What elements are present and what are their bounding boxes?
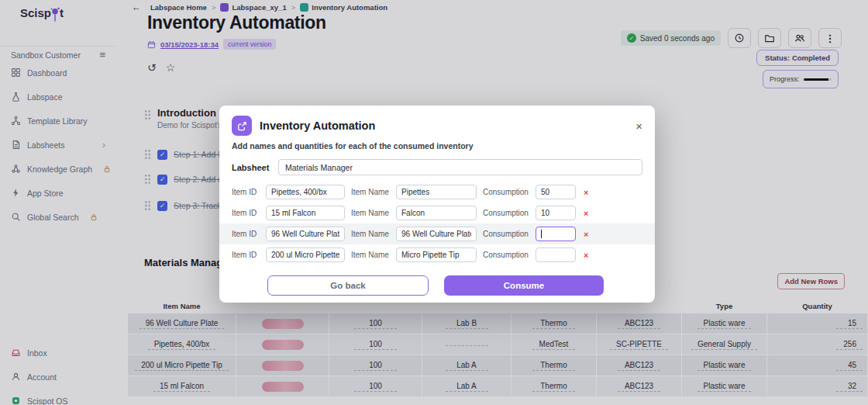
text-caret — [541, 230, 542, 238]
item-name-input[interactable] — [396, 248, 477, 262]
remove-row-button[interactable]: × — [584, 230, 588, 239]
item-id-input[interactable] — [266, 248, 345, 262]
modal-footer: Go back Consume — [219, 265, 655, 296]
consumption-row: Item IDItem NameConsumption× — [219, 223, 655, 244]
go-back-button[interactable]: Go back — [267, 275, 429, 296]
consumption-label: Consumption — [483, 188, 529, 196]
consumption-input-wrap — [536, 206, 576, 220]
consumption-label: Consumption — [483, 230, 529, 238]
labsheet-label: Labsheet — [232, 163, 267, 172]
consumption-label: Consumption — [483, 209, 529, 217]
item-name-input[interactable] — [396, 227, 477, 241]
modal-title: Inventory Automation — [260, 119, 375, 132]
item-id-label: Item ID — [232, 209, 260, 217]
item-name-label: Item Name — [351, 251, 390, 259]
consumption-label: Consumption — [483, 251, 529, 259]
item-name-label: Item Name — [351, 230, 390, 238]
remove-row-button[interactable]: × — [584, 188, 588, 197]
item-id-label: Item ID — [232, 188, 260, 196]
consumption-row: Item IDItem NameConsumption× — [219, 244, 655, 265]
remove-row-button[interactable]: × — [584, 209, 588, 218]
consumption-row: Item IDItem NameConsumption× — [219, 202, 655, 223]
item-id-label: Item ID — [232, 251, 260, 259]
consumption-input-wrap — [536, 227, 576, 241]
item-name-input[interactable] — [396, 206, 477, 220]
consumption-input[interactable] — [536, 206, 576, 220]
consumption-input-wrap — [536, 185, 576, 199]
item-id-input[interactable] — [266, 206, 345, 220]
consumption-input-wrap — [536, 248, 576, 262]
automation-app-icon — [232, 116, 252, 136]
item-id-input[interactable] — [266, 185, 345, 199]
item-id-label: Item ID — [232, 230, 260, 238]
consumption-rows: Item IDItem NameConsumption×Item IDItem … — [219, 182, 655, 265]
consume-button[interactable]: Consume — [444, 275, 604, 296]
item-id-input[interactable] — [266, 227, 345, 241]
labsheet-input[interactable] — [278, 159, 642, 175]
item-name-label: Item Name — [351, 188, 390, 196]
close-icon[interactable]: × — [636, 119, 642, 133]
consumption-input[interactable] — [536, 248, 576, 262]
inventory-automation-modal: Inventory Automation × Add names and qua… — [219, 106, 655, 303]
labsheet-row: Labsheet — [219, 151, 655, 182]
remove-row-button[interactable]: × — [584, 251, 588, 260]
modal-header: Inventory Automation × — [219, 106, 655, 141]
consumption-input[interactable] — [536, 185, 576, 199]
item-name-input[interactable] — [396, 185, 477, 199]
modal-subtitle: Add names and quantities for each of the… — [219, 141, 655, 151]
consumption-row: Item IDItem NameConsumption× — [219, 182, 655, 202]
item-name-label: Item Name — [351, 209, 390, 217]
